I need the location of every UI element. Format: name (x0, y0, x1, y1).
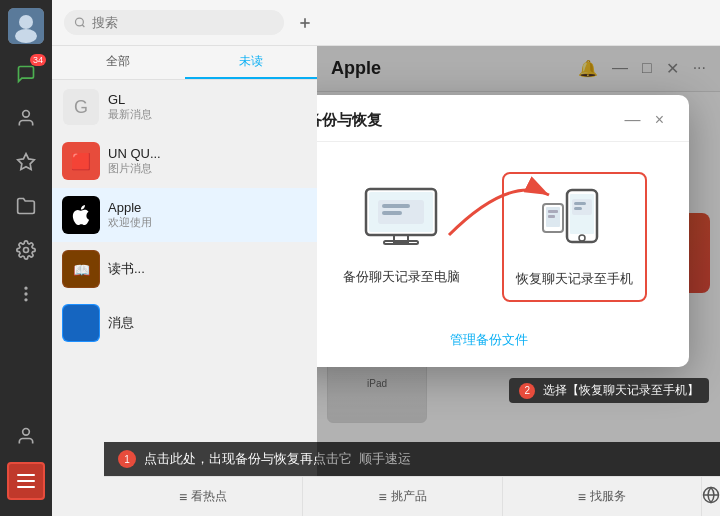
sidebar-more-icon[interactable] (8, 276, 44, 312)
chat-info-apple: Apple 欢迎使用 (108, 200, 307, 230)
manage-backups-link[interactable]: 管理备份文件 (450, 332, 528, 347)
bottom-bar: ≡ 看热点 ≡ 挑产品 ≡ 找服务 (104, 476, 720, 516)
svg-marker-4 (18, 154, 35, 170)
restore-to-phone-label: 恢复聊天记录至手机 (516, 270, 633, 288)
globe-icon (702, 486, 720, 507)
sidebar-menu-button[interactable] (7, 462, 45, 500)
modal-minimize-button[interactable]: — (625, 111, 641, 129)
svg-rect-12 (17, 486, 35, 488)
modal-overlay: 备份与恢复 — × (317, 46, 720, 476)
chat-item-blue[interactable]: 消息 (52, 296, 317, 350)
modal-header: 备份与恢复 — × (317, 95, 689, 142)
svg-rect-37 (548, 210, 558, 213)
sidebar-apps-icon[interactable] (8, 144, 44, 180)
svg-text:G: G (74, 97, 88, 117)
chat-item-apple[interactable]: Apple 欢迎使用 (52, 188, 317, 242)
chat-info-unread: UN QU... 图片消息 (108, 146, 307, 176)
svg-point-8 (25, 299, 27, 301)
topbar (52, 0, 720, 46)
tab-products[interactable]: ≡ 挑产品 (303, 477, 502, 516)
hotspot-label: 看热点 (191, 488, 227, 505)
svg-point-34 (579, 235, 585, 241)
phone-icon (529, 186, 619, 256)
products-label: 挑产品 (391, 488, 427, 505)
modal-title: 备份与恢复 (317, 111, 382, 130)
hotspot-icon: ≡ (179, 489, 187, 505)
modal-controls: — × (625, 109, 671, 131)
chat-avatar-1: G (62, 88, 100, 126)
svg-rect-10 (17, 474, 35, 476)
chat-avatar-apple (62, 196, 100, 234)
tab-services[interactable]: ≡ 找服务 (503, 477, 702, 516)
svg-point-6 (25, 287, 27, 289)
svg-point-13 (75, 18, 83, 26)
chat-avatar-blue (62, 304, 100, 342)
chat-avatar-book: 📖 (62, 250, 100, 288)
svg-rect-26 (382, 211, 402, 215)
svg-rect-25 (382, 204, 410, 208)
tab-globe[interactable] (702, 477, 720, 516)
tab-hotspot[interactable]: ≡ 看热点 (104, 477, 303, 516)
right-panel: Apple 🔔 — □ ✕ ··· iPad (317, 46, 720, 476)
computer-icon (356, 184, 446, 254)
sidebar-contacts-icon[interactable] (8, 100, 44, 136)
svg-rect-32 (574, 202, 586, 205)
svg-rect-38 (548, 215, 555, 218)
svg-point-7 (25, 293, 27, 295)
svg-line-14 (82, 25, 84, 27)
chat-item-unread[interactable]: 🟥 UN QU... 图片消息 (52, 134, 317, 188)
chat-item-book[interactable]: 📖 读书... (52, 242, 317, 296)
services-icon: ≡ (578, 489, 586, 505)
backup-to-pc-option[interactable]: 备份聊天记录至电脑 (331, 172, 472, 298)
backup-to-pc-label: 备份聊天记录至电脑 (343, 268, 460, 286)
tab-unread[interactable]: 未读 (185, 46, 318, 79)
modal-footer: 管理备份文件 (317, 322, 689, 367)
search-icon (74, 16, 86, 29)
sidebar-files-icon[interactable] (8, 188, 44, 224)
svg-point-3 (23, 111, 30, 118)
modal-body: 备份聊天记录至电脑 (317, 142, 689, 322)
svg-point-9 (23, 429, 30, 436)
svg-rect-11 (17, 480, 35, 482)
tab-all[interactable]: 全部 (52, 46, 185, 79)
restore-to-phone-option[interactable]: 恢复聊天记录至手机 (502, 172, 647, 302)
backup-restore-modal: 备份与恢复 — × (317, 95, 689, 367)
chat-info-1: GL 最新消息 (108, 92, 307, 122)
add-button[interactable] (292, 10, 318, 36)
chat-avatar-unread: 🟥 (62, 142, 100, 180)
sidebar-chat-icon[interactable]: 34 (8, 56, 44, 92)
sidebar-profile-icon[interactable] (8, 418, 44, 454)
restore-tooltip: 2 选择【恢复聊天记录至手机】 (509, 378, 708, 403)
svg-rect-21 (63, 305, 99, 341)
services-label: 找服务 (590, 488, 626, 505)
svg-point-2 (15, 29, 37, 43)
sidebar: 34 (0, 0, 52, 516)
search-input[interactable] (92, 15, 274, 30)
svg-rect-31 (572, 199, 592, 215)
chat-item-1[interactable]: G GL 最新消息 (52, 80, 317, 134)
chat-info-blue: 消息 (108, 314, 307, 332)
svg-point-1 (19, 15, 33, 29)
products-icon: ≡ (378, 489, 386, 505)
sidebar-settings-icon[interactable] (8, 232, 44, 268)
main-area: 全部 未读 G GL 最新消息 🟥 UN QU. (52, 0, 720, 516)
chat-info-book: 读书... (108, 260, 307, 278)
svg-text:📖: 📖 (73, 262, 91, 279)
modal-close-button[interactable]: × (649, 109, 671, 131)
svg-point-5 (24, 248, 29, 253)
search-box[interactable] (64, 10, 284, 35)
chat-badge: 34 (30, 54, 46, 66)
avatar[interactable] (8, 8, 44, 44)
svg-rect-33 (574, 207, 582, 210)
